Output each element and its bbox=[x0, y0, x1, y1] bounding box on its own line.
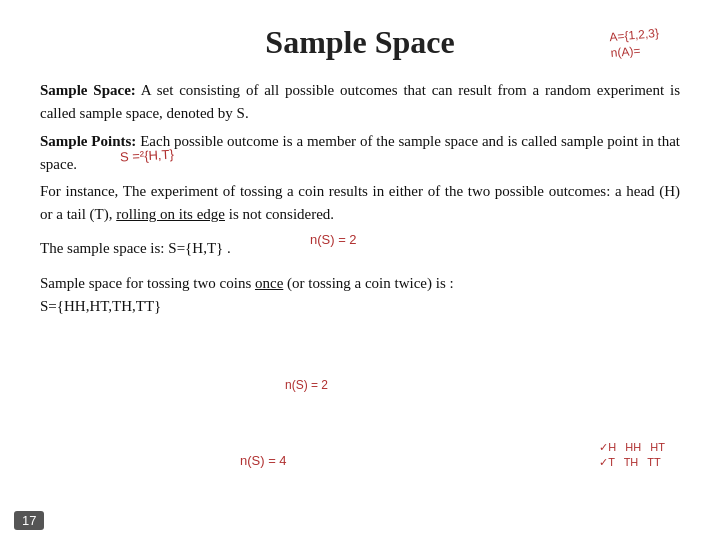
sample-points-text: Each possible outcome is a member of the… bbox=[40, 133, 680, 172]
definition-label: Sample Space: bbox=[40, 82, 136, 98]
for-instance-section: For instance, The experiment of tossing … bbox=[40, 180, 680, 227]
definition-section: Sample Space: A set consisting of all po… bbox=[40, 79, 680, 126]
hw-ns2b: n(S) = 2 bbox=[285, 378, 328, 394]
two-coins-section: Sample space for tossing two coins once … bbox=[40, 272, 680, 319]
sample-space-eq-section: The sample space is: S={H,T} . bbox=[40, 237, 680, 260]
slide-title: Sample Space bbox=[40, 24, 680, 61]
for-instance-text: For instance, The experiment of tossing … bbox=[40, 183, 680, 222]
definition-text: A set consisting of all possible outcome… bbox=[40, 82, 680, 121]
sample-points-section: Sample Points: Each possible outcome is … bbox=[40, 130, 680, 177]
slide-container: Sample Space Sample Space: A set consist… bbox=[0, 0, 720, 540]
hw-ns4: n(S) = 4 bbox=[240, 453, 287, 470]
hw-table: ✓H HH HT ✓T TH TT bbox=[599, 440, 665, 471]
sample-space-eq-text: The sample space is: S={H,T} . bbox=[40, 240, 231, 256]
two-coins-text: Sample space for tossing two coins once … bbox=[40, 275, 454, 314]
page-number: 17 bbox=[14, 511, 44, 530]
sample-points-label: Sample Points: bbox=[40, 133, 136, 149]
